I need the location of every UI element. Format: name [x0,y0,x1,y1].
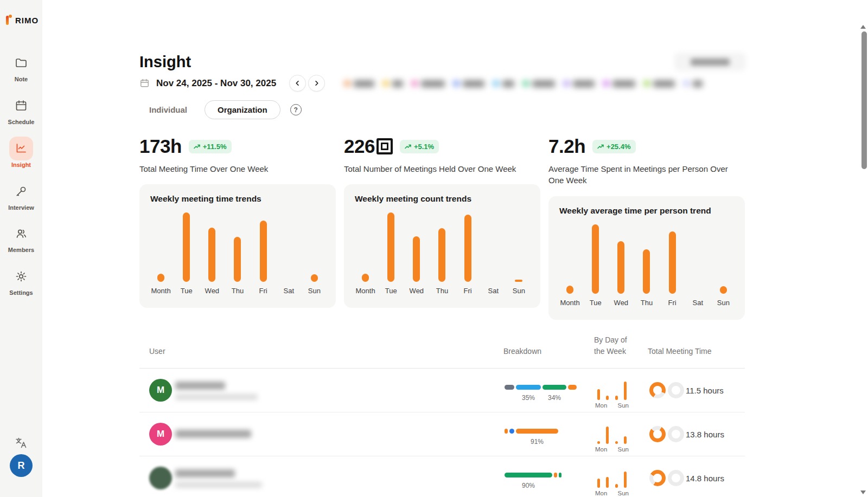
legend-item[interactable] [603,80,635,87]
next-week-button[interactable] [308,75,325,92]
table-header: User Breakdown By Day of the Week Total … [139,328,745,369]
blurred-user-name [175,382,225,390]
calendar-icon [15,99,28,112]
trend-tick-label: Thu [232,287,244,295]
folder-icon [15,56,28,69]
previous-week-button[interactable] [289,75,306,92]
total-meeting-time: 14.8 hours [686,474,724,483]
by-day-mini-chart: MonSun [595,467,629,496]
rimo-logo[interactable]: RIMO [6,15,39,26]
trend-tick-label: Tue [181,287,193,295]
delta-badge: +25.4% [592,140,635,153]
column-header-user: User [149,347,165,356]
bar-chart-meeting-time: MonthTueWedThuFriSatSun [148,210,327,295]
by-day-bar [624,436,627,444]
table-row[interactable]: M 91% MonSun 13.8 hours [139,412,745,456]
by-day-bar [597,441,600,444]
sidebar-item-label: Members [0,247,42,253]
tab-individual[interactable]: Individual [139,100,197,119]
sidebar-item-members[interactable]: Members [0,222,42,253]
chart-title: Weekly meeting time trends [150,194,261,204]
by-day-bar [615,484,618,488]
breakdown-segment [505,473,552,477]
by-day-bar [624,472,627,488]
scrollbar-down-arrow[interactable] [860,490,866,494]
help-icon[interactable]: ? [290,104,302,115]
trend-tick-label: Sat [693,299,704,307]
sidebar-item-insight[interactable]: Insight [0,137,42,168]
legend-item[interactable] [643,80,675,87]
table-row[interactable]: 90% MonSun 14.8 hours [139,456,745,497]
breakdown-segment [505,385,514,390]
chart-card-meeting-count: Weekly meeting count trends MonthTueWedT… [344,184,540,308]
trend-bar [592,224,599,294]
breakdown-bar: 91% [505,429,558,446]
sidebar-item-note[interactable]: Note [0,51,42,82]
meeting-time-donut [649,470,666,486]
blurred-legend-label [354,80,374,87]
trend-bar [311,274,318,282]
stat-value: 226 [344,135,375,157]
stat-total-meeting-count: 226 +5.1% Total Number of Meetings Held … [344,135,539,175]
table-row[interactable]: M 35%34% MonSun 11.5 hours [139,369,745,412]
trend-tick-label: Sun [513,287,525,295]
by-day-bar [606,427,609,444]
sidebar-item-settings[interactable]: Settings [0,264,42,296]
avatar [149,467,172,489]
stat-label: Total Meeting Time Over One Week [139,163,313,175]
trend-bar [413,236,420,282]
legend-item[interactable] [522,80,555,87]
legend-item[interactable] [411,80,445,87]
scrollbar-up-arrow[interactable] [860,25,866,29]
bar-chart-meeting-count: MonthTueWedThuFriSatSun [353,210,532,295]
trend-tick-label: Month [356,287,375,295]
legend-item[interactable] [493,80,514,87]
trend-bar [617,241,624,294]
legend-item[interactable] [683,80,703,87]
language-button[interactable] [14,436,28,452]
trend-tick-label: Sun [717,299,730,307]
legend-item[interactable] [453,80,484,87]
chart-icon [15,142,28,155]
trend-bar [643,249,650,294]
blurred-control[interactable] [674,53,746,71]
tab-organization[interactable]: Organization [205,100,280,119]
blurred-legend-label [463,80,484,87]
sidebar-item-interview[interactable]: Interview [0,179,42,211]
legend-item[interactable] [563,80,595,87]
trend-bar [234,237,241,282]
blurred-legend-label [612,80,635,87]
trend-bar [438,228,445,282]
breakdown-percent-label: 91% [531,438,544,446]
column-header-by-day: By Day of the Week [594,334,628,357]
trend-bar [183,212,190,282]
by-day-bar [624,382,627,400]
stat-value: 173h [139,135,182,157]
microphone-icon [15,185,28,198]
total-meeting-time: 13.8 hours [686,430,724,439]
legend-item[interactable] [382,80,403,87]
scrollbar-thumb[interactable] [861,31,867,169]
by-day-label: Mon [595,446,607,453]
breakdown-segment [509,429,514,434]
meeting-time-donut [649,426,666,442]
trend-bar [515,280,522,282]
avatar[interactable]: R [10,454,33,477]
legend-color-dot [344,80,350,87]
date-range-row: Nov 24, 2025 - Nov 30, 2025 [139,75,325,92]
trend-bar [720,286,727,294]
trend-bar [669,231,676,294]
sidebar: RIMO Note Schedule Insight Interview Mem… [0,0,42,497]
legend-color-dot [382,80,389,87]
sidebar-item-schedule[interactable]: Schedule [0,94,42,125]
stat-label: Total Number of Meetings Held Over One W… [344,163,523,175]
trend-bar [362,274,369,282]
rimo-logo-text: RIMO [15,16,39,25]
breakdown-segment [542,385,566,390]
breakdown-segment [516,385,541,390]
meeting-time-donut-empty [668,470,684,486]
trend-tick-label: Wed [205,287,220,295]
legend-item[interactable] [344,80,374,87]
stat-total-meeting-time: 173h +11.5% Total Meeting Time Over One … [139,135,335,175]
by-day-bar [597,479,600,488]
